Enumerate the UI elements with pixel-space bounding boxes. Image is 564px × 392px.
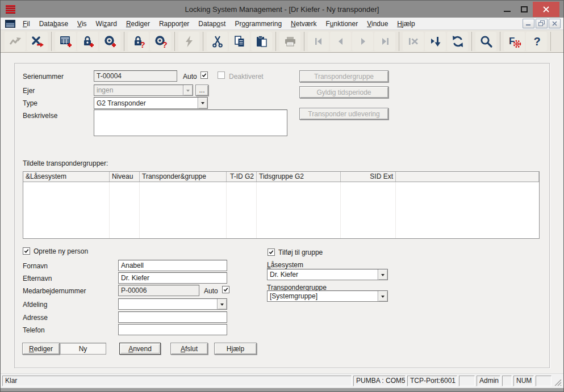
apply-button[interactable]: Anvend bbox=[119, 343, 161, 355]
read-lock-button[interactable]: ? bbox=[128, 32, 149, 51]
menu-vindue[interactable]: Vindue bbox=[362, 19, 392, 29]
phone-label: Telefon bbox=[23, 326, 45, 334]
grid-column-header[interactable]: &Låsesystem bbox=[23, 172, 110, 182]
disconnect-button[interactable] bbox=[27, 32, 48, 51]
description-textarea[interactable] bbox=[94, 109, 287, 136]
menu-wizard[interactable]: Wizard bbox=[91, 19, 122, 29]
grid-column-header[interactable]: Niveau bbox=[110, 172, 140, 182]
transponder-group-select[interactable]: [Systemgruppe] bbox=[267, 290, 388, 302]
menu-programmering[interactable]: Programmering bbox=[230, 19, 286, 29]
type-select[interactable]: G2 Transponder bbox=[94, 97, 208, 109]
search-button[interactable] bbox=[475, 32, 496, 51]
help-icon: ? bbox=[530, 35, 544, 48]
employee-auto-checkbox[interactable] bbox=[222, 286, 229, 293]
grid-column-line bbox=[340, 182, 341, 238]
type-label: Type bbox=[23, 99, 37, 107]
new-locking-system-button[interactable] bbox=[55, 32, 76, 51]
toolbar-separator bbox=[174, 32, 175, 51]
dropdown-arrow-icon bbox=[217, 299, 227, 309]
help-button[interactable]: Hjælp bbox=[214, 343, 257, 355]
client-area: Serienummer Auto Deaktiveret Transponder… bbox=[1, 53, 563, 373]
toolbar-separator bbox=[124, 32, 124, 51]
dropdown-arrow-icon bbox=[378, 269, 387, 280]
paste-button[interactable] bbox=[251, 32, 272, 51]
address-input[interactable] bbox=[118, 311, 227, 323]
minimize-button[interactable] bbox=[499, 1, 516, 18]
exit-button[interactable]: Afslut bbox=[170, 343, 208, 355]
grid-body[interactable] bbox=[23, 182, 539, 238]
mdi-system-menu-icon[interactable] bbox=[5, 20, 15, 28]
transponder-group-button: Transpondergruppe bbox=[299, 70, 388, 82]
titlebar: Locking System Management - [Dr Kiefer -… bbox=[1, 1, 563, 18]
checkmark-icon bbox=[23, 248, 30, 254]
window-title: Locking System Management - [Dr Kiefer -… bbox=[1, 5, 563, 14]
menu-datapost[interactable]: Datapost bbox=[194, 19, 230, 29]
menu-rapporter[interactable]: Rapporter bbox=[154, 19, 194, 29]
status-tcp-port-6001: TCP-Port:6001 bbox=[407, 376, 457, 386]
locking-system-select[interactable]: Dr. Kiefer bbox=[267, 269, 388, 280]
first-name-label: Fornavn bbox=[23, 262, 48, 270]
phone-input[interactable] bbox=[118, 324, 227, 335]
close-button[interactable] bbox=[533, 2, 559, 17]
read-lock-icon: ? bbox=[132, 35, 145, 48]
app-icon[interactable] bbox=[6, 5, 15, 14]
create-person-checkbox[interactable] bbox=[23, 247, 30, 255]
grid-column-header[interactable]: SID Ext bbox=[341, 172, 396, 182]
last-name-input[interactable] bbox=[118, 272, 227, 284]
mdi-close-button[interactable] bbox=[549, 19, 561, 28]
toolbar-separator bbox=[500, 32, 500, 51]
menu-hjlp[interactable]: Hjælp bbox=[392, 19, 419, 29]
mdi-window-controls bbox=[523, 19, 561, 28]
grid-header: &LåsesystemNiveauTransponder&gruppeT-ID … bbox=[23, 172, 539, 182]
grid-column-header[interactable]: Tidsgruppe G2 bbox=[257, 172, 341, 182]
close-icon bbox=[542, 6, 550, 13]
new-lock-button[interactable] bbox=[77, 32, 98, 51]
edit-button[interactable]: Rediger bbox=[22, 343, 60, 355]
svg-text:?: ? bbox=[533, 35, 540, 48]
menu-funktioner[interactable]: Funktioner bbox=[321, 19, 362, 29]
new-transponder-button[interactable] bbox=[99, 32, 120, 51]
first-record-icon bbox=[312, 35, 325, 48]
cut-button[interactable] bbox=[207, 32, 228, 51]
read-transponder-button[interactable]: ? bbox=[150, 32, 171, 51]
resize-grip[interactable] bbox=[553, 378, 562, 386]
transponder-handout-button: Transponder udlevering bbox=[299, 108, 388, 120]
status-segments: PUMBA : COM5TCP-Port:6001AdminNUM bbox=[353, 376, 552, 386]
employee-number-input[interactable] bbox=[118, 285, 199, 296]
menu-vis[interactable]: Vis bbox=[73, 19, 91, 29]
department-select[interactable] bbox=[118, 298, 227, 310]
grid-column-header[interactable] bbox=[396, 172, 539, 182]
new-button[interactable]: Ny bbox=[60, 343, 106, 355]
menu-netvrk[interactable]: Netværk bbox=[286, 19, 321, 29]
goto-record-button[interactable] bbox=[425, 32, 446, 51]
valid-period-button: Gyldig tidsperiode bbox=[299, 86, 388, 98]
mdi-minimize-button[interactable] bbox=[523, 19, 534, 28]
menu-database[interactable]: Database bbox=[35, 19, 73, 29]
copy-button[interactable] bbox=[229, 32, 250, 51]
maximize-icon bbox=[521, 6, 528, 12]
filter-settings-button[interactable]: F bbox=[504, 32, 525, 51]
minimize-icon bbox=[504, 11, 511, 12]
new-lock-icon bbox=[81, 35, 95, 48]
owner-browse-button[interactable]: ... bbox=[195, 85, 208, 96]
previous-record-icon bbox=[334, 35, 348, 48]
program-icon bbox=[182, 35, 196, 48]
mdi-restore-button[interactable] bbox=[536, 19, 548, 28]
refresh-icon bbox=[451, 35, 465, 48]
employee-auto-label: Auto bbox=[204, 287, 218, 295]
first-name-input[interactable] bbox=[118, 260, 227, 271]
add-to-group-checkbox[interactable] bbox=[268, 248, 275, 256]
description-label: Beskrivelse bbox=[23, 112, 57, 120]
print-button bbox=[279, 32, 300, 51]
grid-column-header[interactable]: T-ID G2 bbox=[227, 172, 257, 182]
last-record-button bbox=[374, 32, 395, 51]
menu-rediger[interactable]: Rediger bbox=[122, 19, 154, 29]
refresh-button[interactable] bbox=[447, 32, 468, 51]
serial-number-input[interactable] bbox=[94, 70, 177, 82]
menu-fil[interactable]: Fil bbox=[18, 19, 35, 29]
serial-auto-checkbox[interactable] bbox=[200, 71, 208, 79]
help-button[interactable]: ? bbox=[526, 32, 547, 51]
grid-column-header[interactable]: Transponder&gruppe bbox=[140, 172, 227, 182]
menubar: FilDatabaseVisWizardRedigerRapporterData… bbox=[1, 18, 563, 30]
maximize-button[interactable] bbox=[516, 1, 533, 18]
